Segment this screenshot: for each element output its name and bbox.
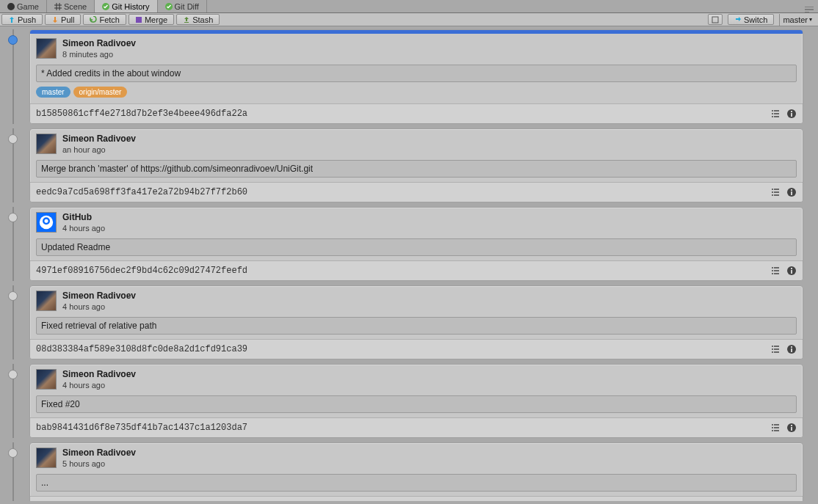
timeline-dot (8, 213, 18, 222)
timeline (4, 207, 22, 281)
history-scroll[interactable]: Simeon Radivoev8 minutes ago* Added cred… (4, 29, 806, 501)
svg-rect-16 (791, 348, 792, 352)
check-icon (165, 3, 173, 10)
commit-row: GitHub4 hours agoUpdated Readme4971ef089… (4, 207, 803, 281)
svg-rect-6 (791, 111, 792, 112)
branch-tag-local[interactable]: master (36, 87, 70, 98)
git-toolbar: Push Pull Fetch Merge Stash Switch maste… (0, 13, 818, 26)
avatar (36, 38, 57, 59)
commit-card[interactable]: Simeon Radivoev5 hours ago...abc (29, 442, 803, 501)
info-icon[interactable] (786, 187, 797, 197)
branch-label: master (783, 15, 808, 24)
view-button[interactable] (708, 14, 723, 25)
tab-menu-icon[interactable] (805, 7, 818, 12)
switch-button[interactable]: Switch (728, 14, 774, 25)
branch-tags: masterorigin/master (30, 87, 803, 103)
fetch-icon (90, 16, 97, 23)
list-icon[interactable] (770, 344, 781, 354)
svg-rect-19 (791, 427, 792, 431)
timeline-dot (8, 134, 18, 144)
check-icon (102, 3, 109, 10)
commit-row: Simeon Radivoev4 hours agoFixed retrieva… (4, 285, 803, 359)
svg-rect-3 (712, 17, 718, 23)
list-icon[interactable] (770, 423, 781, 433)
tab-git-diff[interactable]: Git Diff (158, 0, 207, 12)
timeline-dot (8, 35, 18, 45)
tab-label: Git History (112, 2, 149, 11)
pull-button[interactable]: Pull (45, 14, 81, 25)
push-button[interactable]: Push (1, 14, 43, 25)
author-name: Simeon Radivoev (62, 369, 136, 379)
commit-time: 5 hours ago (62, 459, 136, 468)
editor-tabs: Game Scene Git History Git Diff (0, 0, 818, 13)
commit-message: * Added credits in the about window (36, 65, 797, 82)
commit-row: Simeon Radivoev8 minutes ago* Added cred… (4, 29, 803, 124)
author-name: Simeon Radivoev (62, 134, 136, 144)
pacman-icon (7, 3, 15, 10)
svg-rect-17 (791, 346, 792, 348)
svg-rect-14 (791, 268, 792, 269)
commit-card[interactable]: Simeon Radivoev4 hours agoFixed #20bab98… (29, 364, 803, 438)
button-label: Fetch (99, 15, 120, 24)
timeline (4, 285, 22, 359)
svg-rect-8 (791, 191, 792, 195)
commit-hash: b15850861cff4e2718d7b2ef3e4beee496dfa22a (36, 109, 247, 119)
timeline (4, 128, 22, 202)
tab-label: Git Diff (175, 2, 199, 11)
commit-message: Merge branch 'master' of https://github.… (36, 160, 797, 178)
info-icon[interactable] (786, 423, 797, 433)
commit-card[interactable]: GitHub4 hours agoUpdated Readme4971ef089… (29, 207, 803, 281)
commit-card[interactable]: Simeon Radivoev4 hours agoFixed retrieva… (29, 285, 803, 359)
timeline-dot (8, 291, 18, 301)
branch-dropdown[interactable]: master ▾ (779, 14, 815, 26)
commit-hash: 4971ef08916756dec2f9bd4c62c09d27472feefd (36, 266, 247, 276)
commit-card[interactable]: Simeon Radivoev8 minutes ago* Added cred… (29, 29, 803, 124)
commit-time: 4 hours ago (62, 302, 136, 311)
svg-rect-9 (791, 189, 792, 191)
pull-icon (51, 16, 59, 23)
commit-message: Fixed retrieval of relative path (36, 317, 797, 335)
commit-row: Simeon Radivoevan hour agoMerge branch '… (4, 128, 803, 202)
avatar (36, 448, 57, 468)
grid-icon (54, 3, 62, 10)
list-icon[interactable] (770, 109, 781, 119)
button-label: Merge (145, 15, 167, 24)
button-label: Pull (61, 15, 74, 24)
info-icon[interactable] (786, 344, 797, 354)
tab-label: Game (17, 2, 39, 11)
info-icon[interactable] (786, 266, 797, 276)
author-name: Simeon Radivoev (62, 38, 136, 48)
commit-row: Simeon Radivoev4 hours agoFixed #20bab98… (4, 364, 803, 438)
stash-button[interactable]: Stash (176, 14, 220, 25)
button-label: Stash (192, 15, 213, 24)
branch-tag-remote[interactable]: origin/master (73, 87, 128, 98)
svg-rect-13 (791, 270, 792, 274)
list-icon[interactable] (770, 266, 781, 276)
commit-card[interactable]: Simeon Radivoevan hour agoMerge branch '… (29, 128, 803, 202)
square-icon (712, 16, 719, 23)
push-icon (8, 16, 15, 23)
timeline-dot (8, 370, 18, 379)
avatar (36, 369, 57, 390)
timeline (4, 29, 22, 124)
svg-rect-20 (791, 425, 792, 426)
avatar (36, 291, 57, 311)
info-icon[interactable] (786, 109, 797, 119)
svg-rect-5 (791, 113, 792, 117)
list-icon[interactable] (770, 187, 781, 197)
history-panel: Simeon Radivoev8 minutes ago* Added cred… (0, 26, 818, 504)
commit-time: 8 minutes ago (62, 50, 136, 59)
merge-icon (135, 16, 142, 23)
commit-hash: eedc9a7cd5a698ff3fa417e2a72b94b27f7f2b60 (36, 187, 247, 197)
commit-row: Simeon Radivoev5 hours ago...abc (4, 442, 803, 501)
svg-point-11 (45, 219, 48, 222)
merge-button[interactable]: Merge (129, 14, 174, 25)
tab-git-history[interactable]: Git History (95, 0, 157, 12)
tab-game[interactable]: Game (0, 0, 47, 12)
timeline (4, 442, 22, 501)
commit-hash: bab9841431d6f8e735df41b7ac1437c1a1203da7 (36, 423, 247, 433)
tab-scene[interactable]: Scene (47, 0, 95, 12)
fetch-button[interactable]: Fetch (83, 14, 126, 25)
commit-time: 4 hours ago (62, 224, 105, 233)
commit-time: 4 hours ago (62, 381, 136, 390)
